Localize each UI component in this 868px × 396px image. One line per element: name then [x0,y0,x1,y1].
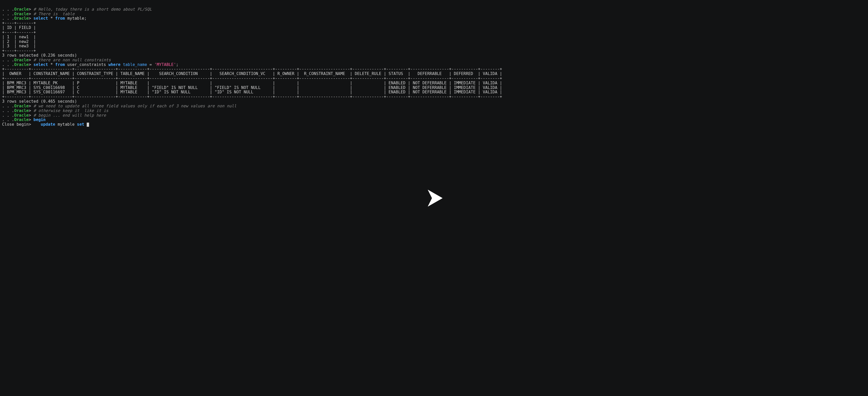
table-header: | ID | FIELD | [2,25,36,30]
prompt-line: . . .Oracle> select * from user_constrai… [2,62,178,67]
prompt-gt: > [29,108,31,113]
terminal-screen[interactable]: . . .Oracle> # Hello, today there is a s… [0,0,868,130]
kw-select: select [33,16,48,21]
prompt-dots: . . . [2,12,14,16]
table-header: | OWNER | CONSTRAINT_NAME | CONSTRAINT_T… [2,71,502,76]
prompt-dots: . . . [2,7,14,12]
play-button[interactable] [424,188,444,208]
prompt-gt: > [29,113,31,118]
table-row: | BPM_MRC3 | MYTABLE_PK | P | MYTABLE | … [2,81,502,85]
prompt-line: Close begin> update mytable set [2,122,89,127]
prompt-gt: > [29,7,31,12]
prompt-dots: . . . [2,16,14,21]
indent [31,122,41,127]
table-border: +----+-------+ [2,30,36,35]
sql-text: = [147,62,154,67]
prompt-dots: . . . [2,62,14,67]
prompt-line: . . .Oracle> # we need to update all thr… [2,104,236,108]
kw-update: update [41,122,55,127]
play-icon [424,188,444,208]
prompt-host: Oracle [14,16,29,21]
kw-where: where [108,62,121,67]
sql-text: mytable; [65,16,87,21]
prompt-line: . . .Oracle> begin [2,118,45,122]
table-border: +----------+-----------------+----------… [2,67,502,71]
kw-from: from [55,62,65,67]
kw-set: set [77,122,84,127]
comment-text: # begin ... end will help here [33,113,106,118]
table-row: | BPM_MRC3 | SYS_C00116697 | C | MYTABLE… [2,90,502,94]
prompt-host: Oracle [14,104,29,108]
table-row: | 1 | new1 | [2,35,36,39]
kw-begin: begin [33,118,45,122]
sql-text: mytable [55,122,77,127]
comment-text: # otherwise keep it like it is [33,108,108,113]
sql-text: * [48,16,55,21]
prompt-host: Oracle [14,108,29,113]
prompt-dots: . . . [2,104,14,108]
comment-text: # Hello, today there is a short demo abo… [33,7,152,12]
prompt-host: Oracle [14,12,29,16]
prompt-line: . . .Oracle> # There is table [2,12,74,16]
kw-from: from [55,16,65,21]
cursor [87,123,89,127]
prompt-line: . . .Oracle> # begin ... end will help h… [2,113,106,118]
rows-selected: 3 rows selected (0.465 seconds) [2,99,77,104]
prompt-host: Oracle [14,113,29,118]
rows-selected: 3 rows selected (0.236 seconds) [2,53,77,58]
table-row: | 3 | new3 | [2,44,36,48]
prompt-gt: > [29,58,31,62]
prompt-host: Oracle [14,62,29,67]
table-border: +----------+-----------------+----------… [2,76,502,81]
prompt-dots: . . . [2,113,14,118]
prompt-host: Oracle [14,58,29,62]
prompt-dots: . . . [2,108,14,113]
sql-text [84,122,87,127]
table-border: +----+-------+ [2,21,36,25]
close-begin-prompt: Close begin> [2,122,31,127]
table-row: | 2 | new2 | [2,39,36,44]
prompt-gt: > [29,104,31,108]
sql-text [120,62,123,67]
column-name: table_name [123,62,147,67]
prompt-host: Oracle [14,118,29,122]
sql-text: user_constraints [65,62,108,67]
table-row: | BPM_MRC3 | SYS_C00116698 | C | MYTABLE… [2,85,502,90]
prompt-dots: . . . [2,118,14,122]
kw-select: select [33,62,48,67]
string-literal: 'MYTABLE' [154,62,176,67]
comment-text: # we need to update all three field valu… [33,104,236,108]
prompt-line: . . .Oracle> # there are non null constr… [2,58,111,62]
prompt-gt: > [29,16,31,21]
prompt-gt: > [29,62,31,67]
prompt-gt: > [29,118,31,122]
table-border: +----+-------+ [2,48,36,53]
prompt-line: . . .Oracle> # Hello, today there is a s… [2,7,152,12]
prompt-line: . . .Oracle> select * from mytable; [2,16,87,21]
prompt-gt: > [29,12,31,16]
prompt-host: Oracle [14,7,29,12]
sql-text: ; [176,62,178,67]
table-border: +----------+-----------------+----------… [2,94,502,99]
comment-text: # There is table [33,12,74,16]
prompt-dots: . . . [2,58,14,62]
prompt-line: . . .Oracle> # otherwise keep it like it… [2,108,108,113]
comment-text: # there are non null constraints [33,58,111,62]
sql-text: * [48,62,55,67]
